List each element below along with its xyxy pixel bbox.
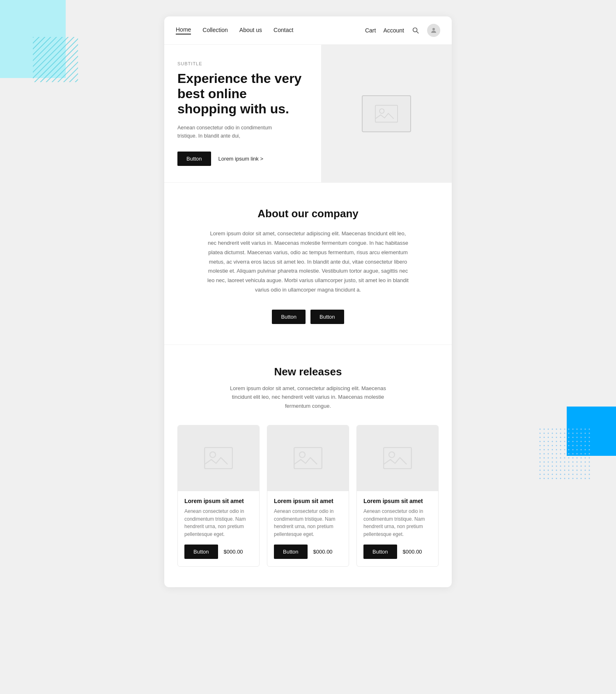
product-footer-1: Button $000.00	[274, 545, 342, 559]
hero-actions: Button Lorem ipsum link >	[177, 152, 308, 166]
navbar: Home Collection About us Contact Cart Ac…	[164, 16, 452, 45]
product-desc-0: Aenean consectetur odio in condimentum t…	[184, 508, 253, 538]
svg-point-4	[413, 28, 417, 32]
svg-rect-13	[384, 448, 411, 469]
product-desc-2: Aenean consectetur odio in condimentum t…	[363, 508, 432, 538]
about-buttons: Button Button	[197, 310, 419, 324]
svg-point-12	[299, 452, 305, 458]
product-info-2: Lorem ipsum sit amet Aenean consectetur …	[357, 491, 438, 566]
product-title-2: Lorem ipsum sit amet	[363, 498, 432, 504]
product-image-2	[357, 425, 438, 491]
products-grid: Lorem ipsum sit amet Aenean consectetur …	[177, 425, 439, 567]
product-info-1: Lorem ipsum sit amet Aenean consectetur …	[267, 491, 349, 566]
page-wrapper: Home Collection About us Contact Cart Ac…	[164, 0, 452, 612]
account-link[interactable]: Account	[383, 27, 404, 34]
svg-rect-11	[294, 448, 322, 469]
svg-point-14	[389, 452, 395, 458]
about-btn2[interactable]: Button	[310, 310, 344, 324]
avatar[interactable]	[427, 24, 440, 37]
svg-rect-1	[33, 37, 78, 82]
svg-point-8	[379, 109, 384, 113]
nav-about[interactable]: About us	[239, 27, 262, 34]
hero-section: SUBTITLE Experience the very best online…	[164, 45, 452, 182]
hero-image-placeholder	[362, 95, 411, 132]
product-info-0: Lorem ipsum sit amet Aenean consectetur …	[178, 491, 259, 566]
product-image-1	[267, 425, 349, 491]
product-image-0	[178, 425, 259, 491]
releases-section: New releases Lorem ipsum dolor sit amet,…	[164, 345, 452, 588]
search-icon[interactable]	[411, 26, 420, 34]
product-card: Lorem ipsum sit amet Aenean consectetur …	[177, 425, 260, 567]
product-title-1: Lorem ipsum sit amet	[274, 498, 342, 504]
svg-rect-7	[375, 105, 398, 122]
product-card: Lorem ipsum sit amet Aenean consectetur …	[267, 425, 349, 567]
hero-desc: Aenean consectetur odio in condimentum t…	[177, 124, 284, 140]
product-btn-0[interactable]: Button	[184, 545, 218, 559]
hero-cta-link[interactable]: Lorem ipsum link >	[218, 156, 263, 162]
about-title: About our company	[197, 207, 419, 220]
releases-title: New releases	[177, 365, 439, 378]
svg-rect-3	[538, 427, 591, 480]
product-footer-2: Button $000.00	[363, 545, 432, 559]
hero-left: SUBTITLE Experience the very best online…	[164, 45, 321, 182]
product-price-2: $000.00	[403, 549, 422, 555]
hero-image-area	[321, 45, 452, 182]
cart-link[interactable]: Cart	[365, 27, 376, 34]
nav-collection[interactable]: Collection	[202, 27, 228, 34]
about-section: About our company Lorem ipsum dolor sit …	[164, 182, 452, 344]
about-btn1[interactable]: Button	[272, 310, 306, 324]
svg-point-10	[210, 452, 216, 458]
product-btn-1[interactable]: Button	[274, 545, 308, 559]
product-title-0: Lorem ipsum sit amet	[184, 498, 253, 504]
product-card: Lorem ipsum sit amet Aenean consectetur …	[356, 425, 439, 567]
nav-home[interactable]: Home	[176, 26, 191, 34]
nav-links: Home Collection About us Contact	[176, 26, 365, 34]
releases-subtitle: Lorem ipsum dolor sit amet, consectetur …	[226, 384, 390, 410]
hero-subtitle: SUBTITLE	[177, 61, 308, 66]
svg-point-6	[432, 28, 435, 30]
hero-title: Experience the very best online shopping…	[177, 71, 308, 116]
bg-dots-decoration	[538, 427, 591, 480]
nav-contact[interactable]: Contact	[274, 27, 293, 34]
product-footer-0: Button $000.00	[184, 545, 253, 559]
svg-rect-9	[205, 448, 232, 469]
hero-cta-button[interactable]: Button	[177, 152, 211, 166]
bg-stripe-decoration	[33, 37, 78, 82]
product-price-0: $000.00	[224, 549, 243, 555]
about-desc: Lorem ipsum dolor sit amet, consectetur …	[205, 229, 411, 294]
product-price-1: $000.00	[313, 549, 333, 555]
product-btn-2[interactable]: Button	[363, 545, 397, 559]
svg-line-5	[417, 32, 419, 34]
product-desc-1: Aenean consectetur odio in condimentum t…	[274, 508, 342, 538]
main-card: Home Collection About us Contact Cart Ac…	[164, 16, 452, 587]
nav-right: Cart Account	[365, 24, 440, 37]
